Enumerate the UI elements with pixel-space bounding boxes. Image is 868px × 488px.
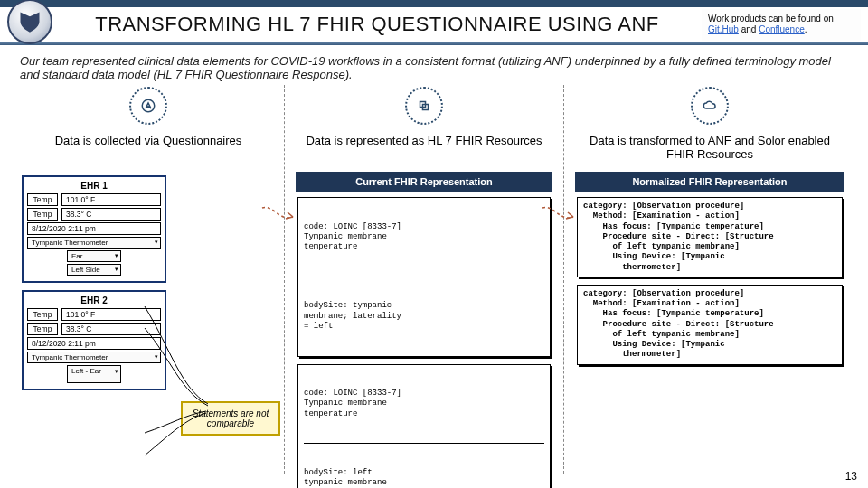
work-products-note: Work products can be found on Git.Hub an… <box>702 9 861 41</box>
ehr1-temp-f: 101.0° F <box>61 193 161 206</box>
current-rep-1b: bodySite: tympanic membrane; laterality … <box>304 301 544 332</box>
ehr1-side: Left Side <box>67 264 121 276</box>
agency-seal-icon <box>7 0 52 44</box>
ehr2-device: Tympanic Thermometer <box>27 352 161 363</box>
ehr1-device: Tympanic Thermometer <box>27 237 161 249</box>
current-rep-1a: code: LOINC [8333-7] Tympanic membrane t… <box>304 222 544 253</box>
statement-note: Statements are not comparable <box>181 401 280 436</box>
ehr1-title: EHR 1 <box>27 181 161 191</box>
page-number: 13 <box>845 470 857 483</box>
normalized-rep-block-b: category: [Observation procedure] Method… <box>577 285 843 365</box>
normalized-rep-block-a: category: [Observation procedure] Method… <box>577 197 843 277</box>
ehr2-temp-label: Temp <box>27 308 58 321</box>
current-rep-block2: code: LOINC [8333-7] Tympanic membrane t… <box>297 364 551 489</box>
arrow-2 <box>541 202 580 228</box>
cloud-icon <box>691 87 729 125</box>
ehr1-timestamp: 8/12/2020 2:11 pm <box>27 222 161 235</box>
resource-icon <box>405 87 443 125</box>
ehr2-side: Left - Ear <box>67 365 121 383</box>
normalized-rep-heading: Normalized FHIR Representation <box>575 172 844 192</box>
arrow-1 <box>260 202 300 228</box>
ehr1-temp-c: 38.3° C <box>61 208 161 221</box>
current-rep-2b: bodySite: left tympanic membrane <box>304 468 544 488</box>
ehr2-title: EHR 2 <box>27 296 161 305</box>
current-rep-2a: code: LOINC [8333-7] Tympanic membrane t… <box>304 389 544 419</box>
ehr1-panel: EHR 1 Temp101.0° F Temp38.3° C 8/12/2020… <box>22 175 166 283</box>
ehr1-temp-label2: Temp <box>27 208 58 221</box>
ehr2-panel: EHR 2 Temp101.0° F Temp38.3° C 8/12/2020… <box>22 290 166 390</box>
ehr2-temp-f: 101.0° F <box>61 308 161 321</box>
github-link[interactable]: Git.Hub <box>708 24 739 34</box>
ehr2-temp-c: 38.3° C <box>61 323 161 335</box>
col1-caption: Data is collected via Questionnaires <box>13 125 284 172</box>
ehr1-temp-label: Temp <box>27 193 58 206</box>
ehr1-ear: Ear <box>67 250 121 262</box>
current-rep-block1: code: LOINC [8333-7] Tympanic membrane t… <box>297 197 551 357</box>
confluence-link[interactable]: Confluence <box>759 24 805 34</box>
compass-icon <box>129 87 167 125</box>
ehr2-timestamp: 8/12/2020 2:11 pm <box>27 337 161 350</box>
intro-text: Our team represented clinical data eleme… <box>0 45 868 85</box>
current-rep-heading: Current FHIR Representation <box>296 172 552 192</box>
ehr2-temp-label2: Temp <box>27 323 58 335</box>
col3-caption: Data is transformed to ANF and Solor ena… <box>564 125 855 172</box>
page-title: TRANSFORMING HL 7 FHIR QUESTIONNAIRE USI… <box>52 13 702 36</box>
col2-caption: Data is represented as HL 7 FHIR Resourc… <box>285 125 563 172</box>
